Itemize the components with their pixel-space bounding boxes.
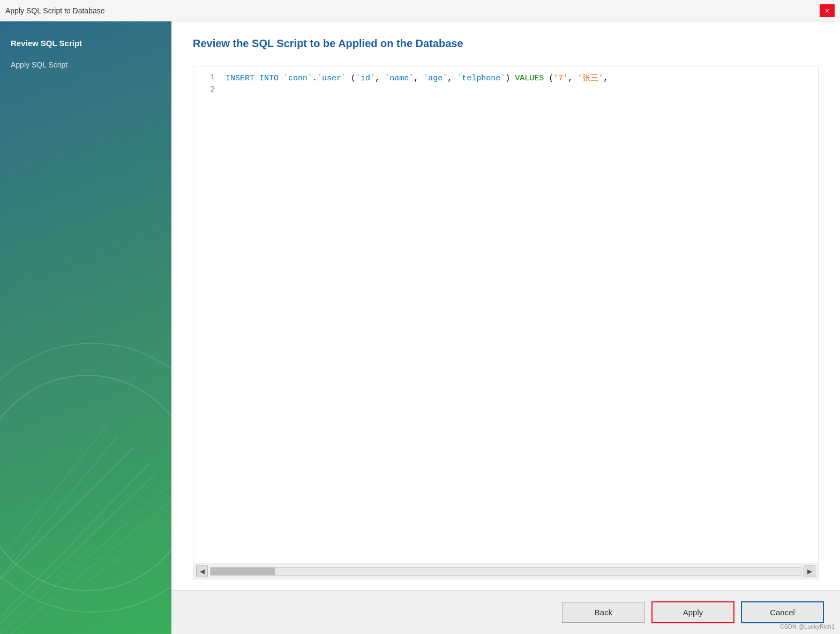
footer-area: Back Apply Cancel CSDN @LuckyRich1 <box>171 590 840 634</box>
scroll-track[interactable] <box>210 567 801 576</box>
sidebar-item-label-apply: Apply SQL Script <box>11 61 68 69</box>
svg-line-4 <box>0 425 107 613</box>
svg-line-0 <box>0 447 134 607</box>
back-button[interactable]: Back <box>562 602 645 623</box>
content-area: Review the SQL Script to be Applied on t… <box>171 21 840 634</box>
sql-dot: . <box>312 74 317 83</box>
svg-line-2 <box>0 436 118 623</box>
decorative-svg <box>0 420 171 634</box>
sql-comma-5: , <box>603 74 608 83</box>
sidebar-item-apply-sql-script[interactable]: Apply SQL Script <box>0 54 171 76</box>
sidebar: Review SQL Script Apply SQL Script <box>0 21 171 634</box>
code-content: 1 INSERT INTO `conn`.`user` (`id`, `name… <box>193 66 818 563</box>
sql-values-open: ( <box>544 74 553 83</box>
code-line-1: 1 INSERT INTO `conn`.`user` (`id`, `name… <box>193 72 818 84</box>
title-bar: Apply SQL Script to Database × <box>0 0 840 21</box>
sidebar-item-label-review: Review SQL Script <box>11 39 82 48</box>
watermark: CSDN @LuckyRich1 <box>780 623 835 630</box>
sql-table-schema: `conn` <box>283 74 312 83</box>
scroll-left-arrow[interactable]: ◀ <box>196 565 208 577</box>
window-title: Apply SQL Script to Database <box>5 6 104 15</box>
sql-val-name: '张三' <box>578 74 603 83</box>
svg-line-3 <box>0 484 171 634</box>
sql-col-name: `name` <box>385 74 414 83</box>
code-line-2: 2 <box>193 84 818 95</box>
sql-values: VALUES <box>515 74 544 83</box>
page-heading: Review the SQL Script to be Applied on t… <box>193 37 819 50</box>
sql-col-age: `age` <box>423 74 447 83</box>
scrollbar-area[interactable]: ◀ ▶ <box>193 563 818 579</box>
sql-col-telphone: `telphone` <box>457 74 505 83</box>
sql-paren-open: ( <box>346 74 356 83</box>
scroll-right-arrow[interactable]: ▶ <box>804 565 815 577</box>
sql-val-id: '7' <box>553 74 568 83</box>
sql-col-id: `id` <box>356 74 375 83</box>
sql-comma-2: , <box>414 74 423 83</box>
apply-button[interactable]: Apply <box>651 601 734 623</box>
sql-comma-4: , <box>568 74 578 83</box>
sql-paren-close: ) <box>505 74 515 83</box>
content-inner: Review the SQL Script to be Applied on t… <box>171 21 840 590</box>
sql-table-name: `user` <box>317 74 346 83</box>
svg-line-5 <box>11 500 171 634</box>
cancel-button[interactable]: Cancel <box>741 601 824 623</box>
line-number-1: 1 <box>193 73 226 82</box>
svg-line-6 <box>0 473 155 634</box>
sql-insert: INSERT INTO <box>226 74 283 83</box>
scroll-thumb[interactable] <box>211 568 275 575</box>
sql-comma-1: , <box>375 74 385 83</box>
line-number-2: 2 <box>193 85 226 94</box>
svg-line-7 <box>21 516 171 634</box>
code-container: 1 INSERT INTO `conn`.`user` (`id`, `name… <box>193 66 819 579</box>
sql-comma-3: , <box>447 74 457 83</box>
svg-line-1 <box>0 463 150 634</box>
main-container: Review SQL Script Apply SQL Script Revie… <box>0 21 840 634</box>
sidebar-item-review-sql-script[interactable]: Review SQL Script <box>0 32 171 54</box>
close-button[interactable]: × <box>820 4 835 17</box>
line-code-1: INSERT INTO `conn`.`user` (`id`, `name`,… <box>226 73 818 83</box>
